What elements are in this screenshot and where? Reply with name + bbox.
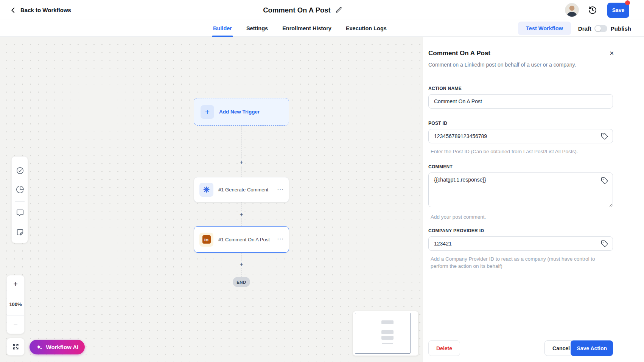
back-to-workflows-button[interactable]: Back to Workflows (10, 0, 71, 20)
add-new-trigger-node[interactable]: + Add New Trigger (194, 98, 289, 126)
tabs-group: Builder Settings Enrollment History Exec… (213, 20, 387, 37)
comment-helper: Add your post comment. (428, 213, 613, 221)
page-title: Comment On A Post (263, 6, 331, 14)
avatar-image (565, 3, 579, 17)
comment-label: COMMENT (428, 164, 613, 169)
publish-toggle[interactable] (594, 25, 607, 32)
panel-footer: Delete Cancel Save Action (428, 340, 613, 356)
node-menu-icon[interactable]: ⋯ (277, 235, 284, 243)
action-name-label: ACTION NAME (428, 86, 613, 91)
action-name-input[interactable] (428, 94, 613, 109)
plus-icon: + (201, 105, 214, 119)
sparkles-icon (36, 344, 43, 351)
comment-textarea[interactable]: {{chatgpt.1.response}} (428, 172, 613, 207)
minimap-node (382, 343, 393, 344)
trigger-label: Add New Trigger (219, 109, 260, 115)
variable-tag-icon[interactable] (601, 240, 608, 247)
node-comment-on-a-post[interactable]: in #1 Comment On A Post ⋯ (194, 226, 289, 253)
connector-line (241, 126, 241, 177)
draft-label: Draft (578, 25, 591, 32)
workflow-ai-button[interactable]: Workflow AI (30, 340, 85, 354)
tab-settings[interactable]: Settings (246, 20, 268, 37)
post-id-label: POST ID (428, 121, 613, 126)
minimap-node (381, 320, 394, 324)
comment-bubble-icon[interactable] (16, 209, 24, 217)
publish-label: Publish (611, 25, 631, 32)
post-id-input[interactable] (428, 129, 613, 143)
workflow-ai-label: Workflow AI (46, 344, 79, 350)
add-step-plus-icon[interactable]: + (238, 159, 245, 166)
add-step-plus-icon[interactable]: + (238, 261, 245, 268)
zoom-level[interactable]: 100% (7, 293, 24, 315)
company-provider-id-input[interactable] (428, 236, 613, 251)
company-provider-id-helper: Add a Company Provider ID to react as a … (428, 255, 613, 270)
delete-button[interactable]: Delete (428, 340, 460, 356)
top-header: Back to Workflows Comment On A Post Save (0, 0, 644, 20)
sticky-note-icon[interactable] (16, 228, 24, 236)
tab-enrollment-history[interactable]: Enrollment History (282, 20, 331, 37)
analytics-pie-icon[interactable] (16, 185, 24, 194)
workflow-canvas[interactable]: + + + + Add New Trigger ❋ #1 Generate Co… (0, 37, 423, 362)
version-history-icon[interactable] (588, 6, 597, 15)
panel-title: Comment On A Post (428, 50, 613, 57)
canvas-side-toolbar (11, 156, 28, 243)
test-workflow-button[interactable]: Test Workflow (518, 22, 571, 35)
node-label: #1 Generate Comment (218, 187, 268, 193)
workflow-builder-app: Back to Workflows Comment On A Post Save… (0, 0, 644, 362)
zoom-out-button[interactable]: − (7, 316, 24, 334)
canvas-minimap[interactable] (353, 311, 418, 356)
company-provider-id-label: COMPANY PROVIDER ID (428, 228, 613, 233)
openai-icon: ❋ (199, 183, 213, 197)
unsaved-changes-dot (625, 0, 630, 5)
node-menu-icon[interactable]: ⋯ (277, 185, 284, 193)
zoom-in-button[interactable]: + (7, 275, 24, 293)
zoom-controls: + 100% − (6, 275, 25, 334)
minimap-node (381, 330, 394, 334)
tab-execution-logs[interactable]: Execution Logs (346, 20, 387, 37)
chevron-left-icon (10, 7, 17, 14)
tab-builder[interactable]: Builder (213, 20, 232, 37)
post-id-helper: Enter the Post ID (Can be obtained from … (428, 148, 613, 155)
minimap-node (381, 336, 394, 340)
toolbar-divider (15, 201, 25, 202)
panel-subtitle: Comment on a LinkedIn post on behalf of … (428, 62, 613, 68)
workflow-tabbar: Builder Settings Enrollment History Exec… (0, 20, 644, 37)
edit-title-icon[interactable] (335, 6, 342, 14)
tabbar-right-group: Test Workflow Draft Publish (518, 20, 631, 37)
expand-arrows-icon (12, 343, 20, 351)
fit-view-button[interactable] (6, 338, 25, 356)
save-action-button[interactable]: Save Action (571, 340, 613, 356)
end-badge: END (233, 277, 250, 287)
action-config-panel: ✕ Comment On A Post Comment on a LinkedI… (423, 37, 644, 362)
variable-tag-icon[interactable] (601, 177, 608, 184)
toggle-knob (595, 26, 601, 31)
linkedin-icon: in (199, 233, 213, 247)
back-label: Back to Workflows (20, 7, 71, 13)
close-panel-icon[interactable]: ✕ (609, 50, 614, 56)
node-generate-comment[interactable]: ❋ #1 Generate Comment ⋯ (194, 177, 289, 202)
avatar[interactable] (565, 3, 579, 17)
node-label: #1 Comment On A Post (218, 237, 270, 242)
workflow-title-block: Comment On A Post (263, 0, 342, 20)
variable-tag-icon[interactable] (601, 133, 608, 140)
checklist-icon[interactable] (16, 166, 24, 175)
add-step-plus-icon[interactable]: + (238, 211, 245, 218)
